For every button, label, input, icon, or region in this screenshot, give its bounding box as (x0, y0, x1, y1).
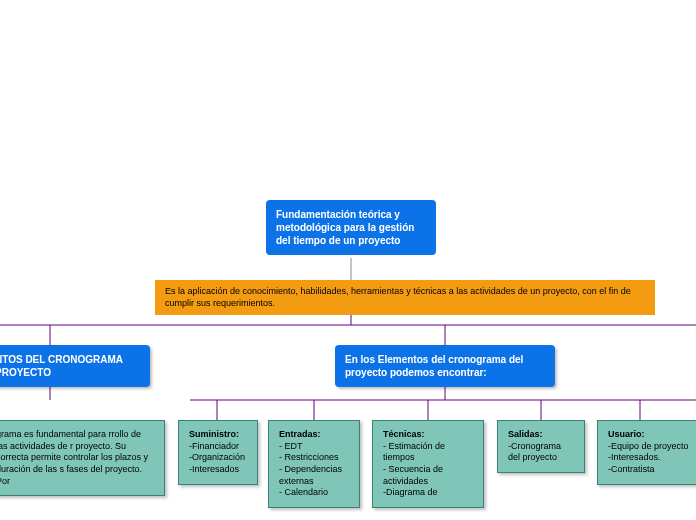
child-title: Suministro: (189, 429, 239, 439)
child-item: -Interesados. (608, 452, 661, 462)
child-title: Técnicas: (383, 429, 425, 439)
root-node[interactable]: Fundamentación teórica y metodológica pa… (266, 200, 436, 255)
child-title: Salidas: (508, 429, 543, 439)
root-title: Fundamentación teórica y metodológica pa… (276, 209, 414, 246)
child-item: - Calendario (279, 487, 328, 497)
child-usuario[interactable]: Usuario: -Equipo de proyecto -Interesado… (597, 420, 696, 485)
left-branch-title: NTOS DEL CRONOGRAMA PROYECTO (0, 354, 123, 378)
child-item: -Contratista (608, 464, 655, 474)
right-branch-node[interactable]: En los Elementos del cronograma del proy… (335, 345, 555, 387)
child-suministro[interactable]: Suministro: -Financiador -Organización -… (178, 420, 258, 485)
left-branch-node[interactable]: NTOS DEL CRONOGRAMA PROYECTO (0, 345, 150, 387)
child-item: - Secuencia de actividades (383, 464, 443, 486)
definition-node[interactable]: Es la aplicación de conocimiento, habili… (155, 280, 655, 315)
right-branch-title: En los Elementos del cronograma del proy… (345, 354, 523, 378)
child-item: -Organización (189, 452, 245, 462)
definition-text: Es la aplicación de conocimiento, habili… (165, 286, 631, 308)
child-title: Usuario: (608, 429, 645, 439)
child-entradas[interactable]: Entradas: - EDT - Restricciones - Depend… (268, 420, 360, 508)
child-item: - EDT (279, 441, 303, 451)
child-tecnicas[interactable]: Técnicas: - Estimación de tiempos - Secu… (372, 420, 484, 508)
child-item: -Diagrama de (383, 487, 438, 497)
left-branch-body-node[interactable]: grama es fundamental para rrollo de las … (0, 420, 165, 496)
child-item: -Cronograma del proyecto (508, 441, 561, 463)
child-item: - Dependencias externas (279, 464, 342, 486)
child-title: Entradas: (279, 429, 321, 439)
child-item: -Interesados (189, 464, 239, 474)
child-salidas[interactable]: Salidas: -Cronograma del proyecto (497, 420, 585, 473)
child-item: - Restricciones (279, 452, 339, 462)
child-item: -Equipo de proyecto (608, 441, 689, 451)
child-item: - Estimación de tiempos (383, 441, 445, 463)
child-item: -Financiador (189, 441, 239, 451)
left-branch-body: grama es fundamental para rrollo de las … (0, 429, 148, 486)
